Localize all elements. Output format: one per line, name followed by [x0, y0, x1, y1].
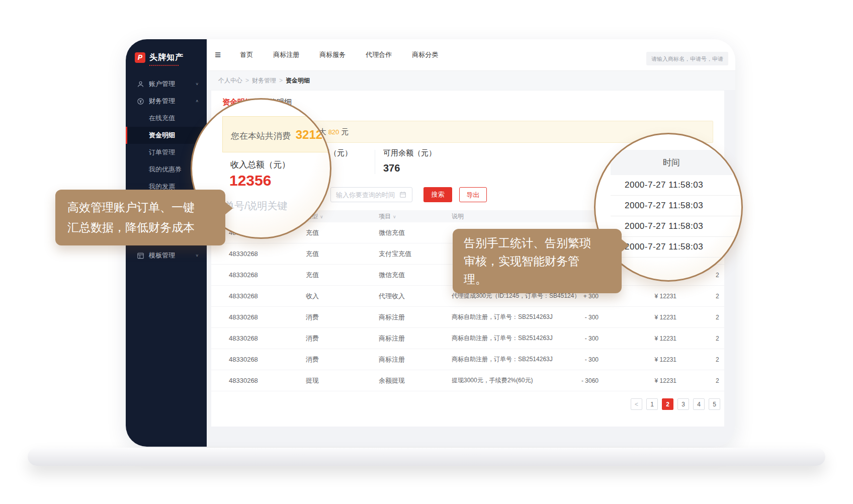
pagination-page-2[interactable]: 2: [662, 398, 673, 410]
time-input[interactable]: [330, 187, 412, 202]
callout-left-line2: 汇总数据，降低财务成本: [67, 217, 213, 237]
table-row: 48330268消费商标注册商标自助注册，订单号：SB2514263J- 300…: [211, 328, 724, 349]
header-cell: 说明: [452, 212, 578, 221]
cell-desc: 商标自助注册，订单号：SB2514263J: [452, 355, 578, 364]
cell-amount: - 300: [578, 335, 599, 342]
nav-item-首页[interactable]: 首页: [237, 48, 256, 61]
chevron-icon: ∨: [195, 82, 199, 86]
cell-desc: 提现3000元，手续费2%(60元): [452, 376, 578, 385]
lens-time-row: 2000-7-27 11:58:03: [611, 196, 743, 216]
lens-stat-value: 12356: [229, 172, 271, 189]
cell-order: 48330268: [211, 334, 306, 342]
pagination-page-1[interactable]: 1: [646, 398, 658, 410]
cell-type: 充值: [306, 249, 379, 259]
user-icon: [137, 80, 144, 88]
callout-right-line3: 理。: [464, 270, 611, 288]
finance-icon: [137, 98, 144, 105]
callout-left: 高效管理账户订单、一键 汇总数据，降低财务成本: [55, 190, 225, 245]
nav-item-商标服务[interactable]: 商标服务: [316, 48, 349, 61]
banner-amount-2: 820: [328, 128, 339, 136]
callout-right: 告别手工统计、告别繁琐 审核，实现智能财务管 理。: [453, 229, 622, 293]
sidebar-item-资金明细[interactable]: 资金明细: [126, 127, 207, 144]
sidebar-item-在线充值[interactable]: 在线充值: [126, 110, 207, 127]
cell-type: 提现: [306, 376, 379, 385]
laptop-base: [28, 448, 825, 466]
lens-banner-text: 您在本站共消费: [231, 131, 291, 141]
chevron-icon: ∨: [195, 254, 199, 258]
table-row: 48330268消费商标注册商标自助注册，订单号：SB2514263J- 300…: [211, 349, 724, 370]
cell-balance: ¥ 12231: [599, 314, 676, 321]
sort-chevron-icon[interactable]: ∨: [393, 214, 396, 219]
table-row: 48330268提现余额提现提现3000元，手续费2%(60元)- 3060¥ …: [211, 370, 724, 391]
lens-time-row: 2000-7-27 11:58:03: [611, 237, 743, 258]
cell-time: 2: [676, 356, 724, 363]
cell-balance: ¥ 12231: [599, 356, 676, 363]
cell-order: 48330268: [211, 313, 306, 321]
cell-balance: ¥ 12231: [599, 377, 676, 384]
header-cell[interactable]: 类型∨: [306, 212, 379, 221]
sort-chevron-icon[interactable]: ∨: [320, 214, 323, 219]
lens-time-row: 2000-7-27 11:58:03: [611, 175, 743, 196]
callout-arrow: [225, 202, 233, 215]
logo-text: 头牌知产: [149, 52, 184, 63]
cell-time: 2: [676, 335, 724, 342]
breadcrumb-separator: >: [245, 77, 249, 84]
header-cell[interactable]: 项目∨: [379, 212, 452, 221]
cell-type: 收入: [306, 292, 379, 301]
cell-project: 商标注册: [379, 355, 452, 364]
breadcrumb-item[interactable]: 财务管理: [252, 77, 276, 84]
cell-type: 消费: [306, 313, 379, 322]
breadcrumb-item[interactable]: 个人中心: [218, 77, 242, 84]
template-icon: [137, 252, 144, 260]
search-input[interactable]: [646, 52, 728, 65]
lens-time-row: 2000-7-27 11:58:03: [611, 216, 743, 237]
nav-item-代理合作[interactable]: 代理合作: [363, 48, 395, 61]
cell-amount: + 300: [578, 293, 599, 300]
cell-order: 48330268: [211, 377, 306, 384]
cell-project: 商标注册: [379, 334, 452, 343]
stat-balance-value: 376: [383, 162, 436, 174]
sidebar-group-模板管理[interactable]: 模板管理∨: [126, 247, 207, 264]
lens-time-header-label: 时间: [663, 157, 680, 169]
topbar: ≡ 首页商标注册商标服务代理合作商标分类: [207, 39, 735, 71]
logo-dots: [149, 65, 179, 66]
banner-suffix: 元: [341, 127, 349, 137]
pagination: <12345: [631, 398, 720, 410]
stat-balance-label: 可用余额（元）: [383, 148, 436, 158]
cell-order: 48330268: [211, 271, 306, 279]
breadcrumb-separator: >: [279, 77, 283, 84]
table-row: 48330268消费商标注册商标自助注册，订单号：SB2514263J- 300…: [211, 307, 724, 328]
cell-type: 消费: [306, 355, 379, 364]
cell-order: 48330268: [211, 250, 306, 258]
cell-balance: ¥ 12231: [599, 293, 676, 300]
callout-right-line2: 审核，实现智能财务管: [464, 252, 611, 270]
cell-amount: - 300: [578, 314, 599, 321]
sidebar-group-财务管理[interactable]: 财务管理∧: [126, 93, 207, 110]
lens-time-rows: 2000-7-27 11:58:032000-7-27 11:58:032000…: [611, 175, 743, 258]
sidebar-group-label: 模板管理: [149, 251, 175, 260]
cell-order: 48330268: [211, 356, 306, 363]
cell-project: 支付宝充值: [379, 249, 452, 259]
pagination-prev-button[interactable]: <: [631, 398, 642, 410]
pagination-page-5[interactable]: 5: [709, 398, 720, 410]
logo: P 头牌知产: [135, 52, 184, 66]
nav-item-商标注册[interactable]: 商标注册: [270, 48, 302, 61]
search-button[interactable]: 搜索: [423, 187, 452, 202]
breadcrumb: 个人中心>财务管理>资金明细: [207, 71, 735, 90]
cell-amount: - 3060: [578, 377, 599, 384]
sidebar-group-label: 账户管理: [149, 79, 175, 89]
sidebar-group-label: 财务管理: [149, 97, 175, 106]
nav-item-商标分类[interactable]: 商标分类: [409, 48, 441, 61]
cell-time: 2: [676, 377, 724, 384]
sidebar-group-账户管理[interactable]: 账户管理∨: [126, 75, 207, 93]
pagination-page-3[interactable]: 3: [677, 398, 689, 410]
cell-amount: - 300: [578, 356, 599, 363]
cell-order: 48330268: [211, 292, 306, 300]
hamburger-icon[interactable]: ≡: [215, 49, 221, 61]
callout-right-line1: 告别手工统计、告别繁琐: [464, 234, 611, 252]
divider: [375, 150, 375, 174]
cell-project: 余额提现: [379, 376, 452, 385]
export-button[interactable]: 导出: [459, 187, 487, 202]
page: P 头牌知产 账户管理∨财务管理∧在线充值资金明细订单管理我的优惠券我的发票模板…: [0, 0, 853, 504]
pagination-page-4[interactable]: 4: [693, 398, 705, 410]
